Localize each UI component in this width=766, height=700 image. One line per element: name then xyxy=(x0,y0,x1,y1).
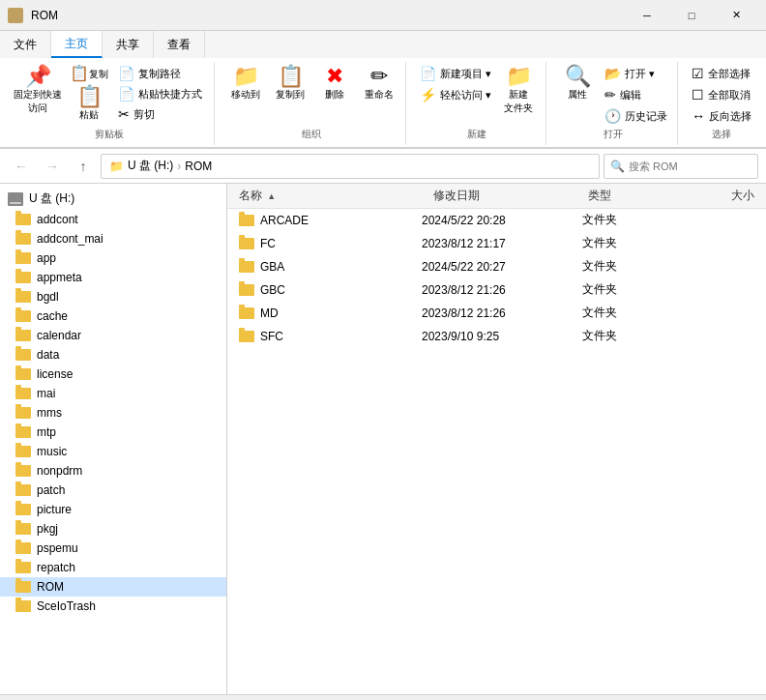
sidebar-item-patch[interactable]: patch xyxy=(0,481,226,500)
title-bar: ROM ─ □ ✕ xyxy=(0,0,766,31)
search-box[interactable]: 🔍 xyxy=(604,154,758,179)
sidebar-folder-label: patch xyxy=(37,483,65,497)
table-row[interactable]: SFC2023/9/10 9:25文件夹 xyxy=(227,325,766,348)
title-bar-controls: ─ □ ✕ xyxy=(625,0,758,31)
organize-label: 组织 xyxy=(224,126,398,141)
sidebar-item-nonpdrm[interactable]: nonpdrm xyxy=(0,461,226,481)
sidebar-item-addcont_mai[interactable]: addcont_mai xyxy=(0,229,226,248)
row-date: 2023/8/12 21:26 xyxy=(418,283,573,297)
maximize-button[interactable]: □ xyxy=(669,0,714,31)
new-item-button[interactable]: 📄 新建项目 ▾ xyxy=(416,64,495,83)
sidebar-item-app[interactable]: app xyxy=(0,248,226,268)
sidebar-item-calendar[interactable]: calendar xyxy=(0,326,226,345)
path-home-icon: 📁 xyxy=(109,160,124,173)
sidebar-item-data[interactable]: data xyxy=(0,345,226,365)
search-input[interactable] xyxy=(629,160,751,172)
sidebar-item-picture[interactable]: picture xyxy=(0,500,226,519)
minimize-button[interactable]: ─ xyxy=(625,0,669,31)
easy-access-button[interactable]: ⚡ 轻松访问 ▾ xyxy=(416,85,495,104)
copy-button[interactable]: 📋 复制 xyxy=(66,64,112,83)
sidebar-drive-label: U 盘 (H:) xyxy=(29,190,74,207)
sidebar-item-mms[interactable]: mms xyxy=(0,403,226,423)
cut-button[interactable]: ✂ 剪切 xyxy=(114,104,206,124)
copy-icon: 📋 xyxy=(70,66,89,81)
row-type: 文件夹 xyxy=(578,212,675,228)
delete-button[interactable]: ✖ 删除 xyxy=(313,64,356,103)
pin-icon: 📌 xyxy=(25,66,51,87)
back-button[interactable]: ← xyxy=(8,153,35,180)
row-type: 文件夹 xyxy=(578,281,675,298)
table-row[interactable]: GBC2023/8/12 21:26文件夹 xyxy=(227,278,766,302)
tab-share[interactable]: 共享 xyxy=(103,31,154,58)
copy-path-button[interactable]: 📄 复制路径 xyxy=(114,64,206,83)
rename-button[interactable]: ✏ 重命名 xyxy=(358,64,400,103)
properties-icon: 🔍 xyxy=(565,66,591,87)
sidebar-item-bgdl[interactable]: bgdl xyxy=(0,287,226,306)
path-folder: ROM xyxy=(185,160,212,173)
select-all-button[interactable]: ☑ 全部选择 xyxy=(688,64,755,83)
open-items: 🔍 属性 📂 打开 ▾ ✏ 编辑 🕐 历史记录 xyxy=(556,64,669,126)
sidebar-item-sceiotrash[interactable]: SceIoTrash xyxy=(0,597,226,616)
edit-icon: ✏ xyxy=(604,87,616,102)
sidebar-item-appmeta[interactable]: appmeta xyxy=(0,268,226,287)
new-item-label: 新建项目 ▾ xyxy=(440,67,491,81)
select-none-button[interactable]: ☐ 全部取消 xyxy=(688,85,755,104)
new-folder-button[interactable]: 📁 新建文件夹 xyxy=(497,64,540,117)
sidebar-item-mtp[interactable]: mtp xyxy=(0,423,226,442)
app-icon xyxy=(8,8,23,23)
path-drive: U 盘 (H:) xyxy=(128,158,173,174)
sidebar-item-cache[interactable]: cache xyxy=(0,306,226,326)
open-button[interactable]: 📂 打开 ▾ xyxy=(601,64,671,83)
edit-button[interactable]: ✏ 编辑 xyxy=(601,85,671,104)
sidebar-drive[interactable]: U 盘 (H:) xyxy=(0,188,226,210)
sidebar-folder-label: cache xyxy=(37,309,68,323)
close-button[interactable]: ✕ xyxy=(714,0,758,31)
tab-view[interactable]: 查看 xyxy=(154,31,205,58)
sidebar-item-rom[interactable]: ROM xyxy=(0,577,226,597)
forward-button[interactable]: → xyxy=(39,153,66,180)
table-row[interactable]: FC2023/8/12 21:17文件夹 xyxy=(227,232,766,255)
paste-icon: 📋 xyxy=(76,86,103,107)
sidebar-item-pspemu[interactable]: pspemu xyxy=(0,539,226,558)
tab-file[interactable]: 文件 xyxy=(0,31,51,58)
folder-icon xyxy=(15,310,31,322)
tab-home[interactable]: 主页 xyxy=(51,31,103,58)
col-type-header[interactable]: 类型 xyxy=(584,188,681,204)
folder-icon xyxy=(15,465,31,477)
row-folder-icon xyxy=(239,307,254,319)
open-label: 打开 ▾ xyxy=(625,67,655,81)
rename-icon: ✏ xyxy=(370,66,388,87)
sidebar-item-addcont[interactable]: addcont xyxy=(0,210,226,229)
col-date-header[interactable]: 修改日期 xyxy=(429,188,584,204)
properties-button[interactable]: 🔍 属性 xyxy=(556,64,599,103)
paste-shortcut-button[interactable]: 📄 粘贴快捷方式 xyxy=(114,84,206,103)
table-row[interactable]: ARCADE2024/5/22 20:28文件夹 xyxy=(227,209,766,232)
col-name-header[interactable]: 名称 ▲ xyxy=(235,188,429,204)
copy-to-button[interactable]: 📋 复制到 xyxy=(269,64,311,103)
sidebar-item-mai[interactable]: mai xyxy=(0,384,226,403)
folder-icon xyxy=(15,388,31,399)
row-type: 文件夹 xyxy=(578,258,675,275)
history-button[interactable]: 🕐 历史记录 xyxy=(601,106,671,126)
row-date: 2023/8/12 21:17 xyxy=(418,237,573,250)
paste-button[interactable]: 📋 粘贴 xyxy=(66,84,112,124)
sidebar-item-music[interactable]: music xyxy=(0,442,226,461)
move-to-button[interactable]: 📁 移动到 xyxy=(224,64,267,103)
row-folder-icon xyxy=(239,238,254,249)
address-path[interactable]: 📁 U 盘 (H:) › ROM xyxy=(101,154,600,179)
clipboard-items: 📌 固定到快速访问 📋 复制 📋 粘贴 📄 复 xyxy=(12,64,206,126)
sidebar-item-repatch[interactable]: repatch xyxy=(0,558,226,577)
pin-access-button[interactable]: 📌 固定到快速访问 xyxy=(12,64,64,117)
table-row[interactable]: MD2023/8/12 21:26文件夹 xyxy=(227,302,766,325)
path-sep1: › xyxy=(177,160,181,173)
up-button[interactable]: ↑ xyxy=(70,153,97,180)
copy-to-icon: 📋 xyxy=(278,66,304,87)
table-row[interactable]: GBA2024/5/22 20:27文件夹 xyxy=(227,255,766,278)
sidebar-folder-label: data xyxy=(37,348,59,362)
col-size-header[interactable]: 大小 xyxy=(681,188,758,204)
copy-path-icon: 📄 xyxy=(118,66,134,81)
sidebar-item-pkgj[interactable]: pkgj xyxy=(0,519,226,539)
folder-icon xyxy=(15,233,31,245)
invert-select-button[interactable]: ↔ 反向选择 xyxy=(688,106,755,126)
sidebar-item-license[interactable]: license xyxy=(0,365,226,384)
